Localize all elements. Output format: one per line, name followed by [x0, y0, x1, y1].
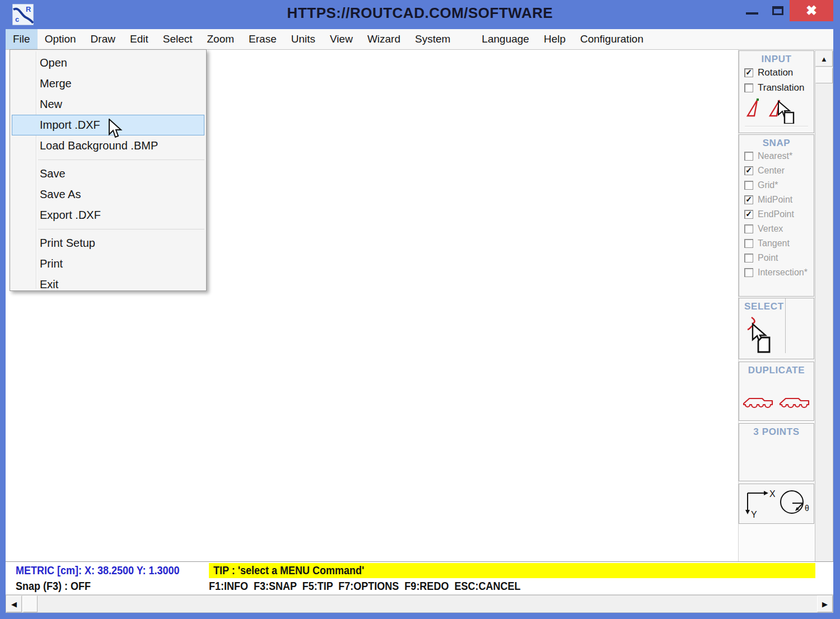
select-panel-title: SELECT: [739, 298, 814, 312]
checkbox-unchecked[interactable]: [744, 268, 753, 277]
checkbox-unchecked[interactable]: [744, 254, 753, 262]
svg-text:Y: Y: [751, 510, 757, 519]
file-menu-item-print-setup[interactable]: Print Setup: [10, 233, 206, 254]
checkbox-unchecked[interactable]: [744, 239, 753, 248]
checkbox-row-tangent[interactable]: Tangent: [739, 236, 814, 251]
checkbox-label: Rotation: [758, 67, 793, 78]
duplicate-panel[interactable]: DUPLICATE: [739, 362, 814, 421]
maximize-icon: [772, 6, 783, 15]
menu-file[interactable]: File: [6, 29, 38, 49]
checkbox-label: Grid*: [758, 180, 778, 190]
menu-units[interactable]: Units: [284, 29, 323, 49]
cursor-icon: [778, 101, 794, 124]
checkbox-row-endpoint[interactable]: ✓EndPoint: [739, 207, 814, 222]
select-tool-icon[interactable]: [745, 315, 780, 358]
checkbox-unchecked[interactable]: [744, 83, 753, 92]
menu-separator: [38, 160, 204, 160]
mouse-cursor-icon: [108, 119, 123, 141]
menu-wizard[interactable]: Wizard: [360, 29, 408, 49]
snap-panel: SNAP Nearest*✓CenterGrid*✓MidPoint✓EndPo…: [739, 134, 814, 297]
minimize-button[interactable]: [740, 0, 764, 21]
select-panel[interactable]: SELECT: [739, 298, 814, 359]
input-panel: INPUT ✓RotationTranslation: [739, 50, 814, 133]
checkbox-checked[interactable]: ✓: [744, 195, 753, 204]
checkbox-label: Vertex: [758, 224, 783, 234]
snap-status: Snap (F3) : OFF: [16, 580, 91, 593]
menu-erase[interactable]: Erase: [241, 29, 284, 49]
input-panel-title: INPUT: [739, 51, 814, 65]
checkbox-label: Translation: [758, 82, 804, 93]
file-menu-item-export-dxf[interactable]: Export .DXF: [10, 205, 206, 226]
duplicate-panel-title: DUPLICATE: [739, 362, 814, 376]
checkbox-label: EndPoint: [758, 209, 794, 219]
file-menu-item-open[interactable]: Open: [10, 53, 206, 73]
select-divider: [785, 298, 786, 353]
function-key-hints: F1:INFO F3:SNAP F5:TIP F7:OPTIONS F9:RED…: [209, 580, 520, 593]
checkbox-unchecked[interactable]: [744, 152, 753, 161]
menu-language[interactable]: Language: [474, 29, 536, 49]
three-points-title: 3 POINTS: [739, 424, 814, 438]
file-menu-item-new[interactable]: New: [10, 94, 206, 115]
three-points-panel[interactable]: 3 POINTS: [739, 423, 814, 481]
menu-configuration[interactable]: Configuration: [573, 29, 651, 49]
tip-text: TIP : 'select a MENU Command': [213, 564, 364, 577]
checkbox-label: Nearest*: [758, 151, 792, 161]
vertical-scroll-thumb[interactable]: [815, 68, 833, 83]
input-icons: [745, 97, 809, 122]
right-arrow-icon: ▶: [822, 600, 828, 608]
checkbox-row-rotation[interactable]: ✓Rotation: [739, 65, 814, 80]
scroll-right-button[interactable]: ▶: [817, 595, 833, 612]
checkbox-row-grid[interactable]: Grid*: [739, 178, 814, 193]
app-window: R c HTTPS://ROUTCAD.COM/SOFTWARE ✖ FileO…: [0, 0, 840, 619]
input-separator: [745, 126, 808, 127]
file-menu-item-save[interactable]: Save: [10, 163, 206, 184]
checkbox-unchecked[interactable]: [744, 224, 753, 233]
xy-axis-icon[interactable]: X Y: [741, 486, 775, 520]
checkbox-checked[interactable]: ✓: [744, 68, 753, 77]
checkbox-checked[interactable]: ✓: [744, 210, 753, 219]
menu-system[interactable]: System: [408, 29, 458, 49]
checkbox-row-nearest[interactable]: Nearest*: [739, 149, 814, 163]
menu-select[interactable]: Select: [156, 29, 200, 49]
close-button[interactable]: ✖: [790, 0, 833, 21]
file-menu-item-save-as[interactable]: Save As: [10, 184, 206, 205]
file-menu-item-merge[interactable]: Merge: [10, 73, 206, 94]
checkbox-label: Center: [758, 166, 785, 176]
checkbox-row-intersection[interactable]: Intersection*: [739, 265, 814, 280]
checkbox-row-translation[interactable]: Translation: [739, 80, 814, 95]
horizontal-scroll-thumb[interactable]: [23, 595, 38, 612]
menu-option[interactable]: Option: [38, 29, 83, 49]
maximize-button[interactable]: [766, 0, 790, 21]
checkbox-row-point[interactable]: Point: [739, 251, 814, 265]
checkbox-row-center[interactable]: ✓Center: [739, 163, 814, 178]
scroll-left-button[interactable]: ◀: [6, 595, 22, 612]
checkbox-label: Tangent: [758, 238, 790, 248]
checkbox-row-vertex[interactable]: Vertex: [739, 222, 814, 236]
checkbox-row-midpoint[interactable]: ✓MidPoint: [739, 193, 814, 207]
scroll-up-button[interactable]: ▲: [815, 51, 833, 67]
coordinates-readout: METRIC [cm]: X: 38.2500 Y: 1.3000: [16, 564, 179, 577]
titlebar: R c HTTPS://ROUTCAD.COM/SOFTWARE ✖: [0, 0, 840, 29]
menu-edit[interactable]: Edit: [123, 29, 156, 49]
vertical-scrollbar[interactable]: ▲ ▼: [815, 50, 833, 595]
menubar: FileOptionDrawEditSelectZoomEraseUnitsVi…: [6, 29, 833, 50]
duplicate-shape-icon: [743, 396, 774, 413]
snap-panel-title: SNAP: [739, 135, 814, 149]
minimize-icon: [746, 12, 758, 15]
svg-text:θ: θ: [805, 504, 809, 513]
menu-draw[interactable]: Draw: [83, 29, 123, 49]
axis-panel: X Y θ: [739, 484, 814, 524]
window-title: HTTPS://ROUTCAD.COM/SOFTWARE: [0, 4, 840, 22]
checkbox-unchecked[interactable]: [744, 181, 753, 190]
menu-help[interactable]: Help: [536, 29, 573, 49]
up-arrow-icon: ▲: [820, 55, 828, 63]
horizontal-scrollbar[interactable]: ◀ ▶: [6, 595, 833, 613]
menu-zoom[interactable]: Zoom: [200, 29, 242, 49]
checkbox-checked[interactable]: ✓: [744, 166, 753, 175]
file-menu-item-exit[interactable]: Exit: [10, 274, 206, 295]
input-checklist: ✓RotationTranslation: [739, 65, 814, 95]
checkbox-label: MidPoint: [758, 195, 792, 205]
file-menu-item-print[interactable]: Print: [10, 254, 206, 274]
rotation-angle-icon[interactable]: θ: [777, 486, 813, 520]
menu-view[interactable]: View: [323, 29, 360, 49]
